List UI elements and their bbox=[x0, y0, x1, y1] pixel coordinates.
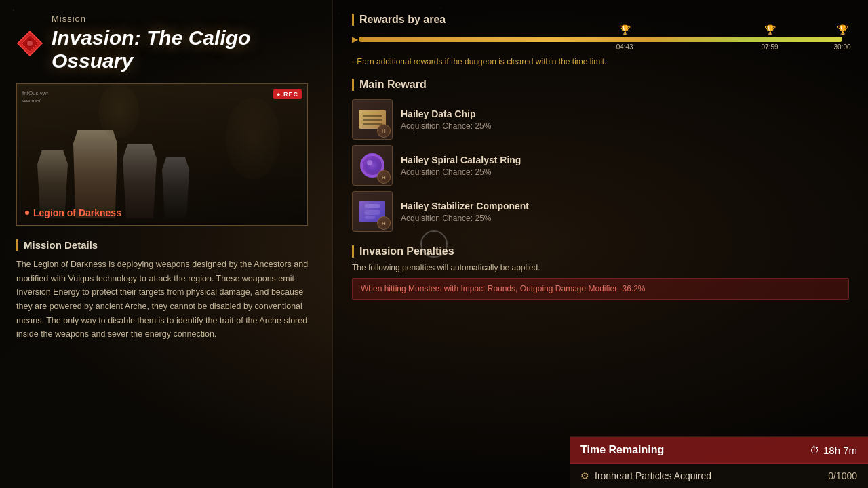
time-remaining-row: Time Remaining ⏱ 18h 7m bbox=[570, 437, 868, 464]
timer-icon: ⏱ bbox=[810, 445, 819, 455]
mission-label: Mission bbox=[52, 14, 316, 24]
faction-icon bbox=[16, 30, 43, 57]
timeline-time-3: 30:00 bbox=[833, 43, 850, 51]
mission-details-title: Mission Details bbox=[16, 239, 316, 251]
left-panel: Mission Invasion: The Caligo Ossuary bbox=[0, 0, 332, 488]
invasion-penalties-title: Invasion Penalties bbox=[352, 245, 849, 258]
time-remaining-value: ⏱ 18h 7m bbox=[810, 445, 857, 456]
hailey-avatar-chip: H bbox=[377, 124, 391, 138]
reward-item-ring: H Hailey Spiral Catalyst Ring Acquisitio… bbox=[352, 145, 849, 186]
reward-icon-chip: H bbox=[352, 99, 393, 140]
timeline-time-2: 07:59 bbox=[762, 43, 778, 51]
main-reward-title: Main Reward bbox=[352, 79, 849, 91]
mission-title: Invasion: The Caligo Ossuary bbox=[52, 26, 316, 73]
mission-details-section: Mission Details The Legion of Darkness i… bbox=[16, 239, 316, 342]
timeline-container: ▶ 🏆 🏆 🏆 04:43 07:59 30:00 bbox=[352, 37, 849, 42]
preview-location-label: Legion of Darkness bbox=[25, 207, 121, 218]
mission-description-text: The Legion of Darkness is deploying weap… bbox=[16, 258, 316, 342]
reward-info-component: Hailey Stabilizer Component Acquisition … bbox=[401, 201, 529, 223]
bottom-bar: Time Remaining ⏱ 18h 7m ⚙ Ironheart Part… bbox=[570, 436, 868, 488]
penalties-note: The following penalties will automatical… bbox=[352, 263, 849, 272]
particles-label: ⚙ Ironheart Particles Acquired bbox=[580, 470, 711, 481]
location-dot bbox=[25, 211, 29, 215]
trophy-gold-icon-2: 🏆 bbox=[837, 24, 848, 35]
timeline-play-icon: ▶ bbox=[352, 35, 358, 44]
mission-preview: fnfQus.vwr ww.me/ ● REC Legion of Darkne… bbox=[16, 83, 308, 226]
penalty-item: When hitting Monsters with Impact Rounds… bbox=[352, 278, 849, 300]
reward-chance-component: Acquisition Chance: 25% bbox=[401, 214, 529, 223]
reward-name-ring: Hailey Spiral Catalyst Ring bbox=[401, 155, 521, 165]
reward-name-chip: Hailey Data Chip bbox=[401, 108, 491, 119]
reward-icon-ring: H bbox=[352, 145, 393, 186]
reward-chance-chip: Acquisition Chance: 25% bbox=[401, 121, 491, 131]
reward-item-chip: H Hailey Data Chip Acquisition Chance: 2… bbox=[352, 99, 849, 140]
reward-name-component: Hailey Stabilizer Component bbox=[401, 201, 529, 211]
reward-chance-ring: Acquisition Chance: 25% bbox=[401, 167, 521, 177]
trophy-silver-icon: 🏆 bbox=[764, 24, 776, 35]
trophy-gold-icon-1: 🏆 bbox=[619, 24, 631, 35]
right-panel: Rewards by area ▶ 🏆 🏆 🏆 04:43 07:59 30:0… bbox=[332, 0, 868, 488]
particles-row: ⚙ Ironheart Particles Acquired 0/1000 bbox=[570, 464, 868, 488]
reward-info-chip: Hailey Data Chip Acquisition Chance: 25% bbox=[401, 108, 491, 131]
mission-header: Mission Invasion: The Caligo Ossuary bbox=[16, 14, 316, 73]
particles-count: 0/1000 bbox=[828, 470, 857, 481]
hailey-avatar-ring: H bbox=[377, 170, 391, 184]
reward-item-component: H Hailey Stabilizer Component Acquisitio… bbox=[352, 191, 849, 232]
reward-items-list: H Hailey Data Chip Acquisition Chance: 2… bbox=[352, 99, 849, 232]
preview-rec-badge: ● REC bbox=[273, 89, 302, 99]
svg-point-3 bbox=[27, 41, 33, 46]
reward-icon-component: H bbox=[352, 191, 393, 232]
gear-icon: ⚙ bbox=[580, 470, 589, 481]
preview-url: fnfQus.vwr ww.me/ bbox=[22, 89, 48, 104]
timeline-notes: - Earn additional rewards if the dungeon… bbox=[352, 56, 849, 68]
hailey-avatar-component: H bbox=[377, 216, 391, 230]
timeline-bar: ▶ 🏆 🏆 🏆 04:43 07:59 30:00 bbox=[359, 37, 842, 42]
time-remaining-label: Time Remaining bbox=[580, 444, 664, 456]
reward-info-ring: Hailey Spiral Catalyst Ring Acquisition … bbox=[401, 155, 521, 177]
timeline-time-1: 04:43 bbox=[616, 43, 633, 51]
